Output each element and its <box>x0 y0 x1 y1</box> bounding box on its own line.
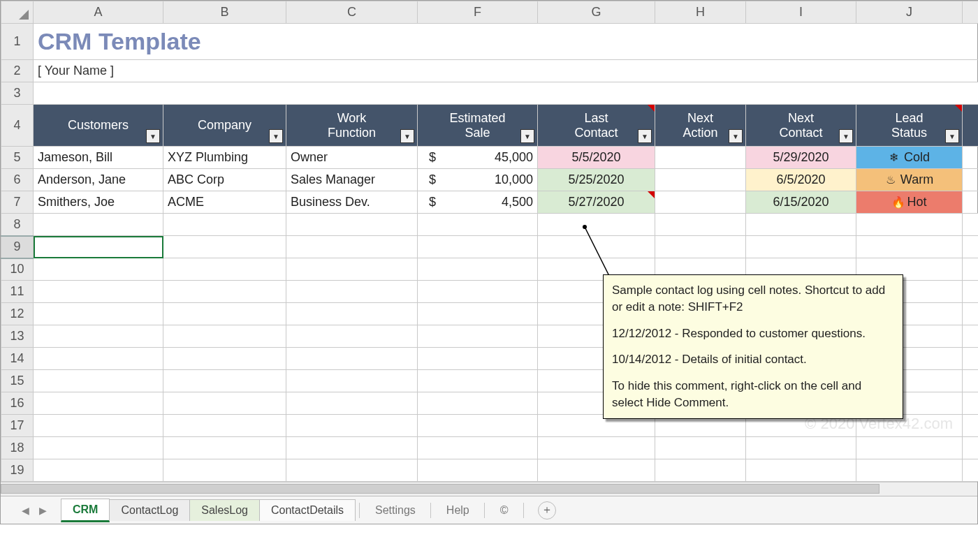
cell-function[interactable]: Sales Manager <box>286 169 418 191</box>
horizontal-scrollbar[interactable] <box>1 482 977 496</box>
tab-separator <box>430 503 431 518</box>
comment-indicator-icon <box>955 105 962 112</box>
tab-copyright[interactable]: © <box>489 500 520 521</box>
cell-blank-3[interactable] <box>34 82 979 105</box>
row-7[interactable]: 7 <box>1 191 34 214</box>
col-I[interactable]: I <box>746 1 856 24</box>
row-13[interactable]: 13 <box>1 325 34 348</box>
cell-next-contact[interactable]: 6/15/2020 <box>746 191 856 214</box>
col-A[interactable]: A <box>34 1 163 24</box>
cell-next-contact[interactable]: 6/5/2020 <box>746 169 856 191</box>
row-2[interactable]: 2 <box>1 60 34 82</box>
col-C[interactable]: C <box>286 1 418 24</box>
tab-saleslog[interactable]: SalesLog <box>189 499 260 521</box>
cell-function[interactable]: Owner <box>286 147 418 169</box>
row-17[interactable]: 17 <box>1 415 34 437</box>
row-8[interactable]: 8 <box>1 214 34 236</box>
select-all-corner[interactable] <box>1 1 34 24</box>
filter-button-lead-status[interactable] <box>945 129 959 143</box>
table-row[interactable]: 5 Jameson, Bill XYZ Plumbing Owner $45,0… <box>1 147 979 169</box>
row-9[interactable]: 9 <box>1 236 34 258</box>
header-company[interactable]: Company <box>163 105 286 147</box>
add-sheet-button[interactable]: ＋ <box>538 501 556 520</box>
row-1[interactable]: 1 <box>1 24 34 60</box>
comment-indicator-icon <box>648 105 655 112</box>
filter-button-estimated-sale[interactable] <box>520 129 534 143</box>
cell-customer[interactable]: Smithers, Joe <box>34 191 163 214</box>
cell-lead-status[interactable]: ❄Cold <box>856 147 963 169</box>
tab-nav-prev-icon[interactable]: ◀ <box>22 505 29 516</box>
row-18[interactable]: 18 <box>1 437 34 459</box>
cell-lead-status[interactable]: ♨Warm <box>856 169 963 191</box>
filter-button-next-contact[interactable] <box>839 129 853 143</box>
header-estimated-sale[interactable]: EstimatedSale <box>418 105 538 147</box>
filter-button-customers[interactable] <box>146 129 160 143</box>
scroll-thumb[interactable] <box>1 484 880 494</box>
col-H[interactable]: H <box>655 1 746 24</box>
column-header-row: A B C F G H I J K <box>1 1 979 24</box>
tab-crm[interactable]: CRM <box>61 499 110 522</box>
filter-button-company[interactable] <box>269 129 283 143</box>
header-lead-status[interactable]: LeadStatus <box>856 105 963 147</box>
filter-button-work-function[interactable] <box>400 129 414 143</box>
cell-lead-source[interactable]: Referral <box>963 147 979 169</box>
row-19[interactable]: 19 <box>1 459 34 482</box>
col-K[interactable]: K <box>963 1 979 24</box>
cell-company[interactable]: XYZ Plumbing <box>163 147 286 169</box>
col-F[interactable]: F <box>418 1 538 24</box>
sheet-tab-bar: ◀ ▶ CRM ContactLog SalesLog ContactDetai… <box>1 496 977 524</box>
row-15[interactable]: 15 <box>1 370 34 392</box>
cell-estimated-sale[interactable]: $4,500 <box>418 191 538 214</box>
header-next-action[interactable]: NextAction <box>655 105 746 147</box>
col-B[interactable]: B <box>163 1 286 24</box>
header-lead-source[interactable]: LeadSource <box>963 105 979 147</box>
cell-lead-source[interactable]: Website <box>963 169 979 191</box>
page-title: CRM Template <box>38 28 201 54</box>
col-G[interactable]: G <box>538 1 655 24</box>
row-14[interactable]: 14 <box>1 348 34 370</box>
tab-settings[interactable]: Settings <box>364 500 427 521</box>
header-last-contact[interactable]: LastContact <box>538 105 655 147</box>
cell-next-action[interactable] <box>655 169 746 191</box>
tab-help[interactable]: Help <box>435 500 481 521</box>
row-6[interactable]: 6 <box>1 169 34 191</box>
row-5[interactable]: 5 <box>1 147 34 169</box>
row-4[interactable]: 4 <box>1 105 34 147</box>
row-11[interactable]: 11 <box>1 281 34 303</box>
title-cell[interactable]: CRM Template <box>34 24 979 60</box>
cell-customer[interactable]: Anderson, Jane <box>34 169 163 191</box>
row-3[interactable]: 3 <box>1 82 34 105</box>
tab-contactlog[interactable]: ContactLog <box>109 499 190 521</box>
header-work-function[interactable]: WorkFunction <box>286 105 418 147</box>
cell-last-contact[interactable]: 5/27/2020 <box>538 191 655 214</box>
subtitle-cell[interactable]: [ Your Name ] <box>34 60 979 82</box>
cell-company[interactable]: ABC Corp <box>163 169 286 191</box>
row-16[interactable]: 16 <box>1 392 34 415</box>
snowflake-icon: ❄ <box>889 151 900 164</box>
tab-contactdetails[interactable]: ContactDetails <box>259 499 356 521</box>
cell-next-action[interactable] <box>655 147 746 169</box>
cell-lead-status[interactable]: 🔥Hot <box>856 191 963 214</box>
cell-next-contact[interactable]: 5/29/2020 <box>746 147 856 169</box>
table-row[interactable]: 7 Smithers, Joe ACME Business Dev. $4,50… <box>1 191 979 214</box>
header-customers[interactable]: Customers <box>34 105 163 147</box>
filter-button-next-action[interactable] <box>729 129 743 143</box>
filter-button-last-contact[interactable] <box>638 129 652 143</box>
row-12[interactable]: 12 <box>1 303 34 325</box>
cell-customer[interactable]: Jameson, Bill <box>34 147 163 169</box>
cell-function[interactable]: Business Dev. <box>286 191 418 214</box>
tab-nav-next-icon[interactable]: ▶ <box>39 505 47 516</box>
cell-estimated-sale[interactable]: $45,000 <box>418 147 538 169</box>
col-J[interactable]: J <box>856 1 963 24</box>
cell-next-action[interactable] <box>655 191 746 214</box>
cell-estimated-sale[interactable]: $10,000 <box>418 169 538 191</box>
cell-lead-source[interactable]: Email <box>963 191 979 214</box>
cell-company[interactable]: ACME <box>163 191 286 214</box>
table-row[interactable]: 6 Anderson, Jane ABC Corp Sales Manager … <box>1 169 979 191</box>
row-10[interactable]: 10 <box>1 258 34 281</box>
header-next-contact[interactable]: NextContact <box>746 105 856 147</box>
cell-last-contact[interactable]: 5/25/2020 <box>538 169 655 191</box>
header-last-contact-label: LastContact <box>542 111 650 140</box>
cell-last-contact[interactable]: 5/5/2020 <box>538 147 655 169</box>
active-cell[interactable] <box>34 236 163 258</box>
